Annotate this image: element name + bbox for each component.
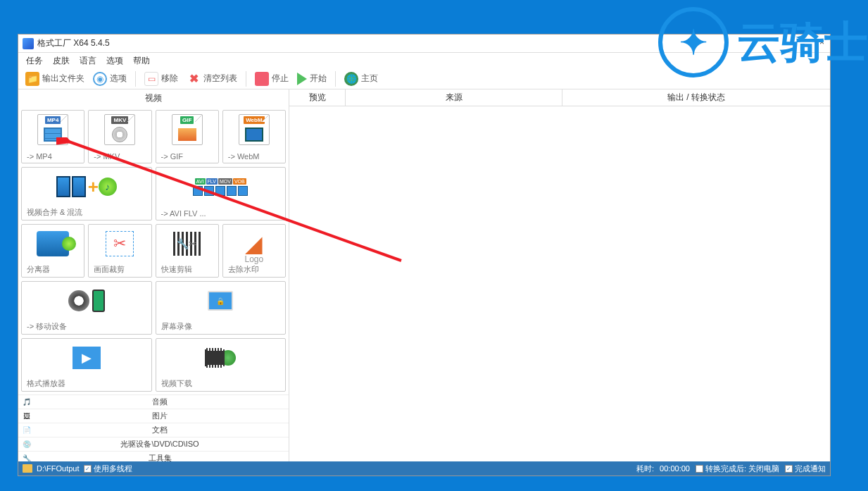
work-body: [289, 106, 830, 461]
category-audio[interactable]: 🎵音频: [18, 394, 289, 409]
col-status[interactable]: 输出 / 转换状态: [562, 89, 830, 106]
merge-icon: [56, 176, 86, 197]
tile-watermark-label: 去除水印: [225, 264, 283, 275]
format-icons-row: [193, 186, 248, 196]
watermark-logo-icon: ✦: [658, 7, 729, 77]
menu-options[interactable]: 选项: [101, 55, 128, 67]
disc-icon: [112, 127, 127, 142]
tile-quickcut-label: 快速剪辑: [158, 264, 216, 275]
separator: [135, 71, 136, 87]
category-image[interactable]: 🖼图片: [18, 409, 289, 423]
home-label: 主页: [361, 73, 378, 85]
tile-download-label: 视频下载: [158, 378, 284, 389]
tile-merge[interactable]: + ♪ 视频合并 & 混流: [21, 167, 152, 220]
tile-splitter[interactable]: 分离器: [21, 224, 84, 278]
tile-webm[interactable]: WebM -> WebM: [222, 110, 286, 163]
category-tools[interactable]: 🔧工具集: [18, 451, 289, 461]
clear-icon: ✖: [187, 72, 201, 86]
video-file-icon: [44, 128, 62, 142]
tile-avi-etc[interactable]: AVIFLVMOVVOB -> AVI FLV ...: [156, 167, 287, 220]
remove-button[interactable]: ▭ 移除: [141, 70, 181, 87]
statusbar: D:\FFOutput 使用多线程 耗时: 00:00:00 转换完成后: 关闭…: [18, 461, 830, 476]
statusbar-folder-icon[interactable]: [23, 464, 32, 473]
download-icon: [205, 349, 236, 366]
tile-download[interactable]: 视频下载: [156, 338, 287, 392]
home-button[interactable]: 🌐 主页: [341, 70, 381, 87]
start-button[interactable]: 开始: [294, 71, 329, 87]
app-icon: [23, 38, 34, 49]
monitor-icon: 🔒: [208, 291, 233, 311]
eraser-icon: ◢: [245, 230, 263, 257]
menu-help[interactable]: 帮助: [128, 55, 155, 67]
output-path[interactable]: D:\FFOutput: [37, 464, 80, 473]
tile-mobile[interactable]: -> 移动设备: [21, 281, 152, 335]
after-done-toggle[interactable]: 转换完成后: 关闭电脑: [696, 464, 779, 474]
audio-icon: 🎵: [23, 398, 31, 406]
tile-merge-label: 视频合并 & 混流: [24, 207, 149, 218]
webm-tag: WebM: [244, 116, 264, 124]
sidebar: 视频 MP4 -> MP4 MKV -> MKV GIF -> GIF WebM…: [18, 89, 289, 461]
after-done-label: 转换完成后:: [705, 464, 746, 474]
tile-webm-label: -> WebM: [225, 152, 283, 161]
optical-icon: 💿: [23, 440, 31, 449]
tile-crop-label: 画面裁剪: [91, 264, 149, 275]
stop-icon: [255, 72, 269, 86]
phone-icon: [92, 290, 105, 312]
sidebar-header: 视频: [18, 89, 289, 107]
tile-screenrec[interactable]: 🔒 屏幕录像: [156, 281, 287, 335]
category-optical[interactable]: 💿光驱设备\DVD\CD\ISO: [18, 437, 289, 451]
film-icon: [245, 128, 263, 142]
image-icon: [178, 128, 196, 141]
elapsed-label: 耗时:: [636, 464, 654, 474]
window-title: 格式工厂 X64 5.4.5: [37, 37, 110, 49]
gif-tag: GIF: [180, 116, 194, 124]
folder-icon: 📁: [25, 72, 39, 86]
tile-gif[interactable]: GIF -> GIF: [156, 110, 219, 163]
output-folder-button[interactable]: 📁 输出文件夹: [23, 70, 87, 87]
tile-mobile-label: -> 移动设备: [24, 321, 149, 332]
watermark: ✦ 云骑士: [658, 7, 868, 77]
separator: [335, 71, 336, 87]
tile-mkv[interactable]: MKV -> MKV: [88, 110, 151, 163]
tile-mp4[interactable]: MP4 -> MP4: [21, 110, 84, 163]
notify-toggle[interactable]: 完成通知: [785, 464, 826, 474]
player-icon: ▶: [73, 347, 101, 369]
tile-splitter-label: 分离器: [24, 264, 82, 275]
tile-mkv-label: -> MKV: [91, 152, 149, 161]
clear-list-button[interactable]: ✖ 清空列表: [184, 70, 240, 87]
column-headers: 预览 来源 输出 / 转换状态: [289, 89, 830, 106]
quickcut-icon: 🔧✂: [173, 232, 201, 256]
col-source[interactable]: 来源: [346, 89, 562, 106]
globe-icon: 🌐: [344, 72, 358, 86]
tile-quickcut[interactable]: 🔧✂ 快速剪辑: [156, 224, 219, 278]
scissors-icon: ✂: [113, 235, 126, 253]
menu-skin[interactable]: 皮肤: [48, 55, 75, 67]
multithread-toggle[interactable]: 使用多线程: [84, 464, 132, 474]
col-preview[interactable]: 预览: [289, 89, 346, 106]
category-doc[interactable]: 📄文档: [18, 423, 289, 437]
tile-player[interactable]: ▶ 格式播放器: [21, 338, 152, 392]
menu-lang[interactable]: 语言: [75, 55, 101, 67]
tile-watermark[interactable]: ◢ Logo 去除水印: [222, 224, 286, 278]
main-area: 视频 MP4 -> MP4 MKV -> MKV GIF -> GIF WebM…: [18, 89, 830, 461]
checkbox-icon: [84, 465, 92, 473]
options-button[interactable]: ◉ 选项: [90, 70, 130, 87]
music-icon: ♪: [99, 178, 117, 196]
multi-format-tags: AVIFLVMOVVOB: [195, 178, 246, 185]
clear-label: 清空列表: [203, 73, 237, 85]
logo-text: Logo: [245, 254, 264, 264]
app-window: 格式工厂 X64 5.4.5 × 任务 皮肤 语言 选项 帮助 📁 输出文件夹 …: [18, 34, 831, 476]
tile-mp4-label: -> MP4: [24, 152, 82, 161]
checkbox-icon: [696, 465, 703, 473]
remove-icon: ▭: [144, 72, 158, 86]
tile-avi-label: -> AVI FLV ...: [158, 209, 284, 218]
tile-gif-label: -> GIF: [158, 152, 216, 161]
stop-button[interactable]: 停止: [252, 70, 291, 87]
elapsed-time: 00:00:00: [660, 464, 690, 473]
tile-crop[interactable]: ✂ 画面裁剪: [88, 224, 151, 278]
separator: [246, 71, 246, 87]
crop-icon: ✂: [106, 231, 134, 256]
play-icon: [297, 73, 307, 85]
disc-device-icon: [68, 290, 89, 311]
menu-task[interactable]: 任务: [21, 55, 48, 67]
